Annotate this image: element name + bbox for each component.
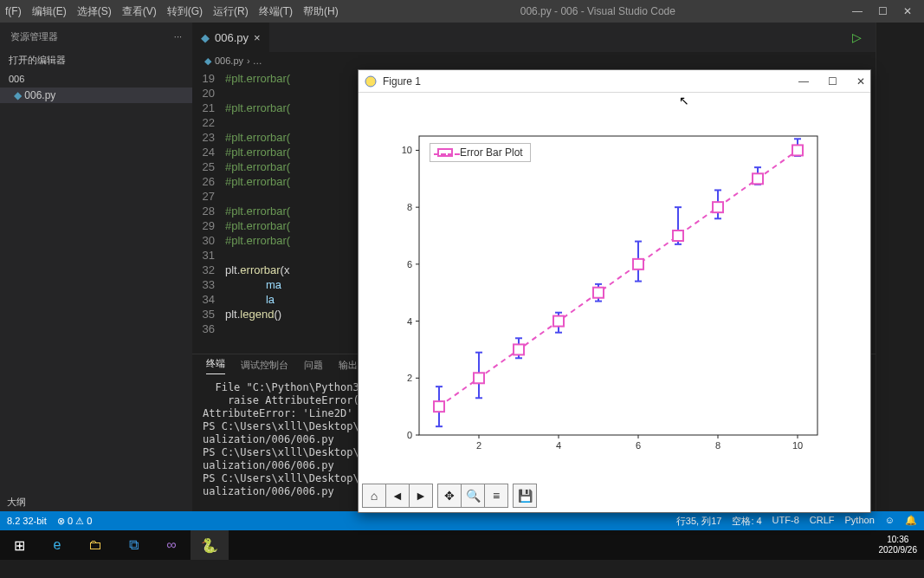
minimap[interactable]	[876, 23, 924, 511]
taskbar-edge[interactable]: e	[38, 530, 76, 560]
taskbar-clock[interactable]: 10:362020/9/26	[879, 535, 925, 555]
back-icon[interactable]: ◄	[385, 484, 410, 508]
svg-text:10: 10	[402, 145, 412, 155]
svg-rect-51	[673, 231, 683, 241]
svg-text:2: 2	[476, 440, 481, 451]
save-icon[interactable]: 💾	[513, 484, 537, 508]
panel-tab-terminal[interactable]: 终端	[206, 357, 225, 374]
svg-rect-63	[792, 145, 803, 155]
svg-text:6: 6	[407, 259, 412, 270]
folder-header[interactable]: 006	[0, 70, 192, 88]
zoom-icon[interactable]: 🔍	[461, 484, 485, 508]
svg-point-0	[365, 76, 376, 87]
fig-maximize-icon[interactable]: ☐	[828, 75, 837, 88]
fig-close-icon[interactable]: ✕	[856, 75, 865, 88]
minimize-icon[interactable]: ―	[852, 5, 863, 17]
panel-tab-debugconsole[interactable]: 调试控制台	[241, 359, 288, 372]
status-python-ver[interactable]: 8.2 32-bit	[7, 516, 47, 526]
menu-file[interactable]: f(F)	[0, 5, 27, 17]
figure-toolbar: ⌂ ◄ ► ✥ 🔍 ≡ 💾	[359, 479, 870, 512]
legend-label: Error Bar Plot	[460, 146, 523, 159]
explorer-header: 资源管理器 ···	[0, 23, 192, 50]
svg-text:8: 8	[715, 440, 720, 451]
python-file-icon: ◆	[204, 55, 211, 67]
forward-icon[interactable]: ►	[409, 484, 433, 508]
breadcrumb[interactable]: ◆ 006.py › …	[192, 52, 876, 69]
taskbar-fileexplorer[interactable]: 🗀	[76, 530, 114, 560]
status-bar: 8.2 32-bit ⊗ 0 ⚠ 0 行35, 列17 空格: 4 UTF-8 …	[0, 511, 924, 530]
menu-run[interactable]: 运行(R)	[208, 4, 254, 19]
home-icon[interactable]: ⌂	[362, 484, 386, 508]
mouse-cursor: ↖	[679, 94, 689, 107]
maximize-icon[interactable]: ☐	[878, 5, 888, 17]
svg-rect-39	[553, 316, 564, 327]
menu-goto[interactable]: 转到(G)	[162, 4, 208, 19]
windows-taskbar: ⊞ e 🗀 ⧉ ∞ 🐍 10:362020/9/26	[0, 530, 924, 560]
fig-minimize-icon[interactable]: ―	[798, 75, 809, 88]
tab-label: 006.py	[215, 31, 249, 44]
configure-icon[interactable]: ≡	[484, 484, 508, 508]
svg-text:6: 6	[636, 440, 641, 451]
status-problems[interactable]: ⊗ 0 ⚠ 0	[57, 516, 92, 527]
legend-marker	[437, 148, 453, 157]
explorer-title: 资源管理器	[10, 30, 58, 43]
svg-rect-27	[434, 401, 444, 412]
svg-rect-43	[593, 288, 604, 298]
menu-edit[interactable]: 编辑(E)	[27, 4, 72, 19]
outline-header[interactable]: 大纲	[0, 494, 192, 511]
svg-text:10: 10	[792, 440, 803, 451]
python-file-icon: ◆	[201, 31, 210, 44]
panel-tab-output[interactable]: 输出	[339, 359, 358, 372]
svg-rect-59	[753, 173, 763, 184]
explorer-sidebar: 资源管理器 ··· 打开的编辑器 006 ◆ 006.py 大纲	[0, 23, 192, 511]
status-cursor[interactable]: 行35, 列17	[676, 515, 722, 528]
close-icon[interactable]: ✕	[903, 5, 912, 17]
svg-rect-31	[474, 373, 484, 383]
window-controls: ― ☐ ✕	[852, 5, 924, 17]
figure-titlebar[interactable]: Figure 1 ― ☐ ✕	[359, 70, 870, 93]
svg-rect-55	[713, 202, 723, 212]
file-item[interactable]: ◆ 006.py	[0, 88, 192, 103]
panel-tab-problems[interactable]: 问题	[304, 359, 323, 372]
matplotlib-figure-window: Figure 1 ― ☐ ✕ 0246810246810 Error Bar P…	[358, 69, 871, 513]
status-bell-icon[interactable]: 🔔	[905, 515, 917, 528]
svg-text:0: 0	[407, 430, 412, 440]
taskbar-visualstudio[interactable]: ∞	[152, 530, 191, 560]
status-indent[interactable]: 空格: 4	[732, 515, 761, 528]
svg-text:8: 8	[407, 202, 412, 212]
status-feedback-icon[interactable]: ☺	[885, 515, 895, 528]
editor-tabs: ◆ 006.py × ▷	[192, 23, 876, 52]
menu-terminal[interactable]: 终端(T)	[254, 4, 298, 19]
svg-text:4: 4	[407, 316, 412, 327]
plot-legend: Error Bar Plot	[430, 143, 531, 162]
menu-view[interactable]: 查看(V)	[117, 4, 162, 19]
menu-help[interactable]: 帮助(H)	[298, 4, 344, 19]
svg-rect-35	[514, 344, 524, 354]
figure-icon	[364, 75, 378, 88]
status-eol[interactable]: CRLF	[810, 515, 835, 528]
tab-006py[interactable]: ◆ 006.py ×	[192, 23, 269, 52]
svg-text:2: 2	[407, 373, 412, 383]
menu-select[interactable]: 选择(S)	[72, 4, 117, 19]
taskbar-start[interactable]: ⊞	[0, 530, 38, 560]
more-icon[interactable]: ···	[174, 31, 182, 42]
title-bar: f(F) 编辑(E) 选择(S) 查看(V) 转到(G) 运行(R) 终端(T)…	[0, 0, 924, 23]
tab-close-icon[interactable]: ×	[254, 31, 261, 44]
figure-canvas: 0246810246810 Error Bar Plot	[359, 93, 870, 479]
open-editors-header[interactable]: 打开的编辑器	[0, 50, 192, 70]
taskbar-python[interactable]: 🐍	[191, 530, 229, 560]
run-icon[interactable]: ▷	[852, 30, 862, 44]
window-title: 006.py - 006 - Visual Studio Code	[344, 5, 852, 17]
svg-rect-47	[633, 259, 643, 270]
status-language[interactable]: Python	[845, 515, 875, 528]
pan-icon[interactable]: ✥	[437, 484, 462, 508]
taskbar-vscode[interactable]: ⧉	[114, 530, 152, 560]
figure-title-text: Figure 1	[383, 75, 421, 88]
svg-text:4: 4	[556, 440, 561, 451]
status-encoding[interactable]: UTF-8	[772, 515, 799, 528]
